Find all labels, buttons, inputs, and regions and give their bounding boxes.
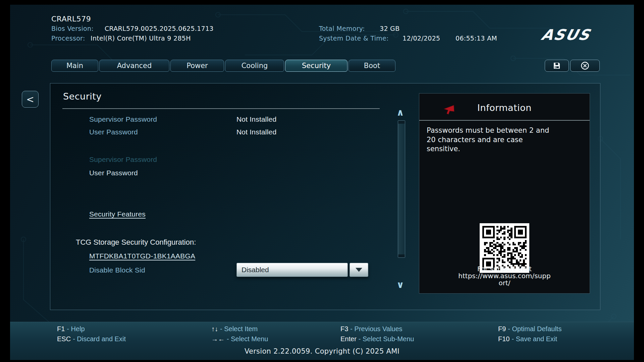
support-url-text: For support visit https://www.asus.com/s… xyxy=(421,265,588,287)
user-password-status-label: User Password xyxy=(89,128,138,136)
total-memory-value: 32 GB xyxy=(380,25,399,32)
menu-tabbar: Main Advanced Power Cooling Security Boo… xyxy=(51,60,395,72)
supervisor-password-status-label: Supervisor Password xyxy=(89,115,157,123)
hint-enter: Enter- Select Sub-Menu xyxy=(340,335,414,343)
disable-block-sid-value: Disabled xyxy=(237,263,347,277)
hint-esc: ESC- Discard and Exit xyxy=(57,335,126,343)
processor-value: Intel(R) Core(TM) Ultra 9 285H xyxy=(91,35,191,42)
hint-select-menu: →←- Select Menu xyxy=(211,335,268,343)
bios-version-value: CRARL579.0025.2025.0625.1713 xyxy=(105,25,214,32)
tcg-drive-link[interactable]: MTFDKBA1T0TGD-1BK1AABGA xyxy=(89,252,195,260)
tab-advanced[interactable]: Advanced xyxy=(99,60,169,72)
floppy-disk-icon xyxy=(553,62,561,70)
total-memory-label: Total Memory: xyxy=(319,25,365,32)
circled-x-icon xyxy=(581,61,589,70)
dropdown-arrow-button[interactable] xyxy=(350,263,368,277)
exit-button[interactable] xyxy=(570,60,600,72)
system-date-value[interactable]: 12/02/2025 xyxy=(402,35,440,42)
disable-block-sid-dropdown[interactable]: Disabled xyxy=(236,263,348,277)
tab-boot[interactable]: Boot xyxy=(348,60,395,72)
user-password-item[interactable]: User Password xyxy=(89,169,138,177)
tab-power[interactable]: Power xyxy=(170,60,224,72)
security-features-link[interactable]: Security Features xyxy=(89,210,146,218)
supervisor-password-status-value: Not Installed xyxy=(236,115,276,123)
info-panel-title: Information xyxy=(419,103,590,113)
title-divider xyxy=(62,108,380,109)
bios-version-label: Bios Version: xyxy=(51,25,94,32)
model-name: CRARL579 xyxy=(51,15,91,23)
tab-security[interactable]: Security xyxy=(285,60,347,72)
page-title: Security xyxy=(63,91,102,102)
disable-block-sid-label: Disable Block Sid xyxy=(89,266,145,274)
scrollbar-thumb[interactable] xyxy=(398,120,405,258)
chevron-down-icon xyxy=(356,268,362,272)
scroll-up-icon[interactable]: ∧ xyxy=(396,108,404,117)
asus-logo: ASUS xyxy=(540,26,593,43)
tab-cooling[interactable]: Cooling xyxy=(225,60,284,72)
datetime-label: System Date & Time: xyxy=(319,35,389,42)
bios-screen: CRARL579 Bios Version: CRARL579.0025.202… xyxy=(10,5,634,360)
hint-f3: F3- Previous Values xyxy=(340,325,402,333)
info-divider xyxy=(419,120,590,121)
tab-main[interactable]: Main xyxy=(51,60,98,72)
version-copyright-text: Version 2.22.0059. Copyright (C) 2025 AM… xyxy=(10,347,634,355)
processor-label: Processor: xyxy=(51,35,85,42)
user-password-status-value: Not Installed xyxy=(236,128,276,136)
hint-select-item: ↑↓- Select Item xyxy=(211,325,258,333)
hint-f1: F1- Help xyxy=(57,325,85,333)
info-help-text: Passwords must be between 2 and 20 chara… xyxy=(427,126,584,154)
scroll-down-icon[interactable]: ∨ xyxy=(396,280,404,290)
tcg-section-title: TCG Storage Security Configuration: xyxy=(76,238,196,247)
hint-f10: F10- Save and Exit xyxy=(498,335,557,343)
hint-f9: F9- Optimal Defaults xyxy=(498,325,561,333)
system-time-value[interactable]: 06:55:13 AM xyxy=(455,35,497,42)
supervisor-password-item-disabled: Supervisor Password xyxy=(89,156,157,164)
save-button[interactable] xyxy=(545,60,569,72)
back-button[interactable]: < xyxy=(22,91,39,108)
